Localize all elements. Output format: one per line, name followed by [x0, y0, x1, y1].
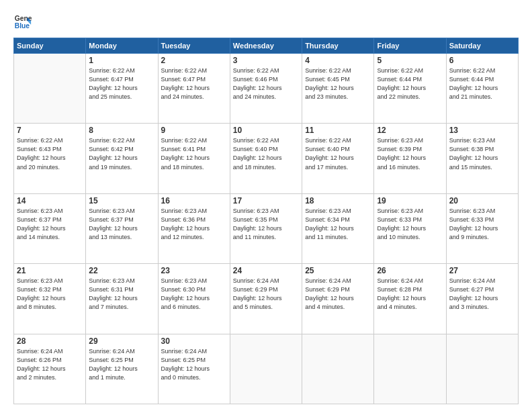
cell-info: Sunrise: 6:23 AMSunset: 6:31 PMDaylight:… [89, 277, 154, 312]
calendar-cell: 29Sunrise: 6:24 AMSunset: 6:25 PMDayligh… [86, 334, 158, 404]
day-number: 11 [305, 126, 371, 135]
day-number: 21 [17, 266, 83, 275]
cell-info: Sunrise: 6:23 AMSunset: 6:36 PMDaylight:… [161, 207, 227, 242]
cell-info: Sunrise: 6:23 AMSunset: 6:39 PMDaylight:… [377, 136, 443, 171]
calendar-cell [446, 334, 518, 404]
calendar-cell: 6Sunrise: 6:22 AMSunset: 6:44 PMDaylight… [446, 54, 518, 124]
cell-info: Sunrise: 6:22 AMSunset: 6:45 PMDaylight:… [305, 66, 371, 101]
calendar-cell: 28Sunrise: 6:24 AMSunset: 6:26 PMDayligh… [14, 334, 86, 404]
calendar-cell: 16Sunrise: 6:23 AMSunset: 6:36 PMDayligh… [158, 193, 230, 263]
day-number: 4 [305, 56, 371, 65]
calendar-cell: 24Sunrise: 6:24 AMSunset: 6:29 PMDayligh… [230, 264, 302, 334]
calendar-cell: 2Sunrise: 6:22 AMSunset: 6:47 PMDaylight… [158, 54, 230, 124]
day-number: 9 [161, 126, 227, 135]
cell-info: Sunrise: 6:22 AMSunset: 6:47 PMDaylight:… [161, 66, 227, 101]
day-number: 17 [233, 196, 299, 205]
weekday-header-sunday: Sunday [14, 38, 86, 54]
weekday-header-row: SundayMondayTuesdayWednesdayThursdayFrid… [14, 38, 519, 54]
calendar-cell [374, 334, 446, 404]
weekday-header-friday: Friday [374, 38, 446, 54]
calendar-cell: 21Sunrise: 6:23 AMSunset: 6:32 PMDayligh… [14, 264, 86, 334]
calendar-cell: 23Sunrise: 6:23 AMSunset: 6:30 PMDayligh… [158, 264, 230, 334]
cell-info: Sunrise: 6:22 AMSunset: 6:44 PMDaylight:… [449, 66, 515, 101]
cell-info: Sunrise: 6:22 AMSunset: 6:40 PMDaylight:… [305, 136, 371, 171]
calendar-cell: 11Sunrise: 6:22 AMSunset: 6:40 PMDayligh… [302, 124, 374, 193]
day-number: 10 [233, 126, 299, 135]
day-number: 8 [89, 126, 154, 135]
header: General Blue [13, 12, 519, 31]
calendar-cell: 7Sunrise: 6:22 AMSunset: 6:43 PMDaylight… [14, 124, 86, 193]
calendar-cell: 26Sunrise: 6:24 AMSunset: 6:28 PMDayligh… [374, 264, 446, 334]
weekday-header-thursday: Thursday [302, 38, 374, 54]
day-number: 20 [449, 196, 515, 205]
day-number: 24 [233, 266, 299, 275]
day-number: 27 [449, 266, 515, 275]
weekday-header-tuesday: Tuesday [158, 38, 230, 54]
day-number: 16 [161, 196, 227, 205]
day-number: 6 [449, 56, 515, 65]
logo-icon: General Blue [13, 12, 32, 31]
cell-info: Sunrise: 6:22 AMSunset: 6:44 PMDaylight:… [377, 66, 443, 101]
calendar-cell: 8Sunrise: 6:22 AMSunset: 6:42 PMDaylight… [86, 124, 158, 193]
day-number: 25 [305, 266, 371, 275]
cell-info: Sunrise: 6:23 AMSunset: 6:34 PMDaylight:… [305, 207, 371, 242]
cell-info: Sunrise: 6:24 AMSunset: 6:26 PMDaylight:… [17, 347, 83, 382]
cell-info: Sunrise: 6:23 AMSunset: 6:38 PMDaylight:… [449, 136, 515, 171]
calendar-cell: 9Sunrise: 6:22 AMSunset: 6:41 PMDaylight… [158, 124, 230, 193]
day-number: 28 [17, 336, 83, 346]
calendar-cell: 20Sunrise: 6:23 AMSunset: 6:33 PMDayligh… [446, 193, 518, 263]
day-number: 19 [377, 196, 443, 205]
cell-info: Sunrise: 6:24 AMSunset: 6:25 PMDaylight:… [161, 347, 227, 382]
cell-info: Sunrise: 6:23 AMSunset: 6:35 PMDaylight:… [233, 207, 299, 242]
calendar-cell [302, 334, 374, 404]
calendar-cell: 30Sunrise: 6:24 AMSunset: 6:25 PMDayligh… [158, 334, 230, 404]
calendar-cell: 22Sunrise: 6:23 AMSunset: 6:31 PMDayligh… [86, 264, 158, 334]
calendar-cell: 3Sunrise: 6:22 AMSunset: 6:46 PMDaylight… [230, 54, 302, 124]
calendar-cell: 25Sunrise: 6:24 AMSunset: 6:29 PMDayligh… [302, 264, 374, 334]
day-number: 15 [89, 196, 154, 205]
calendar-cell: 18Sunrise: 6:23 AMSunset: 6:34 PMDayligh… [302, 193, 374, 263]
day-number: 18 [305, 196, 371, 205]
calendar-cell: 10Sunrise: 6:22 AMSunset: 6:40 PMDayligh… [230, 124, 302, 193]
calendar-cell: 17Sunrise: 6:23 AMSunset: 6:35 PMDayligh… [230, 193, 302, 263]
cell-info: Sunrise: 6:23 AMSunset: 6:33 PMDaylight:… [449, 207, 515, 242]
calendar-page: General Blue SundayMondayTuesdayWednesda… [0, 0, 532, 411]
calendar-cell: 15Sunrise: 6:23 AMSunset: 6:37 PMDayligh… [86, 193, 158, 263]
svg-text:Blue: Blue [15, 22, 30, 30]
day-number: 5 [377, 56, 443, 65]
cell-info: Sunrise: 6:24 AMSunset: 6:28 PMDaylight:… [377, 277, 443, 312]
logo: General Blue [13, 12, 35, 31]
day-number: 13 [449, 126, 515, 135]
calendar-week-row: 28Sunrise: 6:24 AMSunset: 6:26 PMDayligh… [14, 334, 519, 404]
day-number: 23 [161, 266, 227, 275]
calendar-week-row: 7Sunrise: 6:22 AMSunset: 6:43 PMDaylight… [14, 124, 519, 193]
day-number: 7 [17, 126, 83, 135]
day-number: 3 [233, 56, 299, 65]
cell-info: Sunrise: 6:24 AMSunset: 6:27 PMDaylight:… [449, 277, 515, 312]
calendar-cell: 14Sunrise: 6:23 AMSunset: 6:37 PMDayligh… [14, 193, 86, 263]
cell-info: Sunrise: 6:24 AMSunset: 6:29 PMDaylight:… [305, 277, 371, 312]
calendar-cell: 5Sunrise: 6:22 AMSunset: 6:44 PMDaylight… [374, 54, 446, 124]
day-number: 30 [161, 336, 227, 346]
cell-info: Sunrise: 6:22 AMSunset: 6:42 PMDaylight:… [89, 136, 154, 171]
cell-info: Sunrise: 6:22 AMSunset: 6:40 PMDaylight:… [233, 136, 299, 171]
day-number: 2 [161, 56, 227, 65]
cell-info: Sunrise: 6:22 AMSunset: 6:46 PMDaylight:… [233, 66, 299, 101]
cell-info: Sunrise: 6:23 AMSunset: 6:37 PMDaylight:… [89, 207, 154, 242]
cell-info: Sunrise: 6:22 AMSunset: 6:41 PMDaylight:… [161, 136, 227, 171]
day-number: 26 [377, 266, 443, 275]
day-number: 1 [89, 56, 154, 65]
calendar-table: SundayMondayTuesdayWednesdayThursdayFrid… [13, 38, 519, 404]
cell-info: Sunrise: 6:22 AMSunset: 6:43 PMDaylight:… [17, 136, 83, 171]
cell-info: Sunrise: 6:23 AMSunset: 6:37 PMDaylight:… [17, 207, 83, 242]
weekday-header-monday: Monday [86, 38, 158, 54]
calendar-cell [14, 54, 86, 124]
day-number: 29 [89, 336, 154, 346]
calendar-cell: 12Sunrise: 6:23 AMSunset: 6:39 PMDayligh… [374, 124, 446, 193]
cell-info: Sunrise: 6:23 AMSunset: 6:33 PMDaylight:… [377, 207, 443, 242]
cell-info: Sunrise: 6:23 AMSunset: 6:32 PMDaylight:… [17, 277, 83, 312]
cell-info: Sunrise: 6:23 AMSunset: 6:30 PMDaylight:… [161, 277, 227, 312]
weekday-header-saturday: Saturday [446, 38, 518, 54]
calendar-cell [230, 334, 302, 404]
day-number: 14 [17, 196, 83, 205]
